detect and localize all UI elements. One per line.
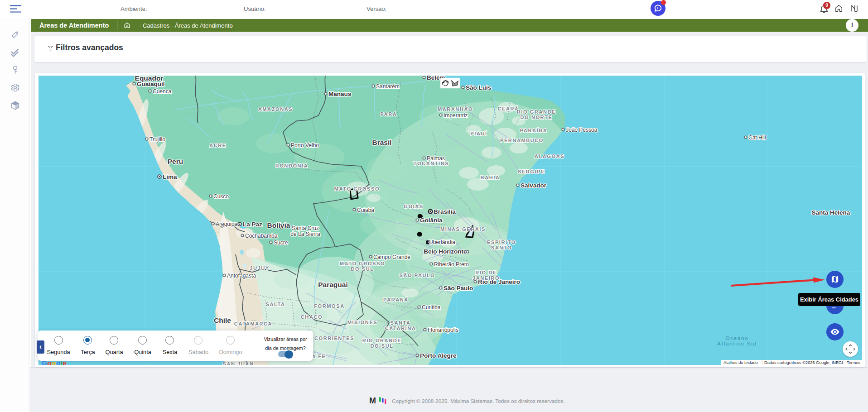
svg-text:Lima: Lima [163,173,177,180]
svg-text:PIAUÍ: PIAUÍ [470,131,487,136]
svg-text:Imperatriz: Imperatriz [444,112,468,119]
svg-text:Sucre: Sucre [274,240,288,246]
svg-text:JANEIRO: JANEIRO [473,275,500,281]
svg-text:São Luis: São Luis [466,84,491,91]
svg-text:Antofagasta: Antofagasta [227,273,256,279]
svg-text:PERNAMBUCO: PERNAMBUCO [500,138,544,143]
svg-text:Porto Velho: Porto Velho [291,142,319,149]
svg-text:Cat Hill: Cat Hill [748,134,766,141]
svg-text:Peru: Peru [168,158,183,165]
svg-text:RIO GRANDE: RIO GRANDE [517,109,556,115]
svg-text:Cusco: Cusco [213,193,229,200]
svg-text:Salvador: Salvador [521,182,547,189]
svg-text:SERGIPE: SERGIPE [518,169,545,174]
svg-text:CATAMARCA: CATAMARCA [234,321,272,326]
svg-text:Trujillo: Trujillo [149,136,165,143]
svg-text:La Paz: La Paz [243,221,262,228]
svg-text:Santa Helena: Santa Helena [812,209,850,216]
svg-text:Atlântico Sul: Atlântico Sul [717,341,757,346]
svg-text:MINAS GERAIS: MINAS GERAIS [440,226,486,232]
svg-text:MARANHÃO: MARANHÃO [438,106,473,112]
svg-text:Goiânia: Goiânia [420,217,443,224]
svg-text:A FÉ: A FÉ [312,354,326,359]
svg-text:PARANÁ: PARANÁ [383,297,409,302]
svg-text:CHACO: CHACO [301,314,323,320]
svg-text:SANTO: SANTO [491,245,512,250]
svg-text:SÃO PAULO: SÃO PAULO [400,273,435,278]
svg-text:Oceano: Oceano [725,335,748,341]
svg-text:RIO DE: RIO DE [475,270,497,275]
svg-text:DO SUL: DO SUL [351,266,374,272]
svg-text:SAN JUAN: SAN JUAN [222,361,254,365]
svg-text:Belo Horizonte: Belo Horizonte [424,248,467,255]
svg-text:Santa Cruz: Santa Cruz [292,225,319,231]
svg-text:São Paulo: São Paulo [444,285,473,292]
svg-text:RONDÔNIA: RONDÔNIA [275,163,309,168]
svg-text:Florianópolis: Florianópolis [428,327,458,333]
svg-text:DO SUL: DO SUL [370,343,393,349]
svg-text:Uberlândia: Uberlândia [429,239,455,245]
svg-text:RIO GRANDE: RIO GRANDE [362,338,401,343]
svg-text:ESPÍRITO: ESPÍRITO [487,240,516,245]
svg-text:AMAZONAS: AMAZONAS [258,106,293,112]
svg-text:PARÁ: PARÁ [381,111,397,117]
svg-text:MATO GROSSO: MATO GROSSO [340,261,385,266]
svg-text:Cuiabá: Cuiabá [357,207,374,213]
svg-text:Campo Grande: Campo Grande [373,254,410,260]
svg-text:Atalhos do teclado: Atalhos do teclado [723,360,758,365]
svg-text:Brasil: Brasil [372,139,391,146]
svg-text:CATARINA: CATARINA [385,326,416,331]
svg-text:de La Sierra: de La Sierra [290,231,320,237]
svg-text:M: M [369,396,376,405]
svg-text:GOIÁS: GOIÁS [404,204,423,209]
svg-text:Manaus: Manaus [328,91,351,97]
svg-text:Dados cartográficos ©2025 Goog: Dados cartográficos ©2025 Google, INEGI [764,360,843,365]
svg-text:Paraguai: Paraguai [318,281,347,288]
svg-text:João Pessoa: João Pessoa [566,127,598,133]
svg-text:SANTA: SANTA [390,320,410,326]
svg-text:Termos: Termos [847,360,861,365]
svg-text:Brasília: Brasília [434,208,456,215]
svg-text:Chile: Chile [214,316,231,324]
svg-text:ACRE: ACRE [209,143,227,148]
svg-text:DO NORTE: DO NORTE [521,115,553,120]
svg-text:Arequipa: Arequipa [216,221,237,227]
svg-text:MATO GROSSO: MATO GROSSO [334,186,380,192]
svg-text:TOCANTINS: TOCANTINS [414,161,449,166]
svg-text:MISIONES: MISIONES [347,320,378,325]
svg-text:BAHIA: BAHIA [481,175,500,180]
svg-text:FORMOSA: FORMOSA [314,303,344,309]
svg-text:Santarém: Santarém [376,83,400,90]
svg-text:PARAÍBA: PARAÍBA [520,128,548,133]
svg-text:Equador: Equador [135,76,164,82]
svg-text:Cuenca: Cuenca [153,88,172,95]
svg-text:Cochabamba: Cochabamba [245,233,278,239]
svg-text:JUJUY: JUJUY [250,265,269,271]
svg-text:ALAGOAS: ALAGOAS [535,153,564,159]
svg-text:SALTA: SALTA [265,302,285,307]
svg-text:Porto Alegre: Porto Alegre [420,352,457,359]
svg-text:Bolívia: Bolívia [267,221,290,229]
svg-text:Ribeirão Preto: Ribeirão Preto [434,261,469,268]
svg-text:Curitiba: Curitiba [422,304,441,311]
svg-text:CEARÁ: CEARÁ [497,106,519,111]
